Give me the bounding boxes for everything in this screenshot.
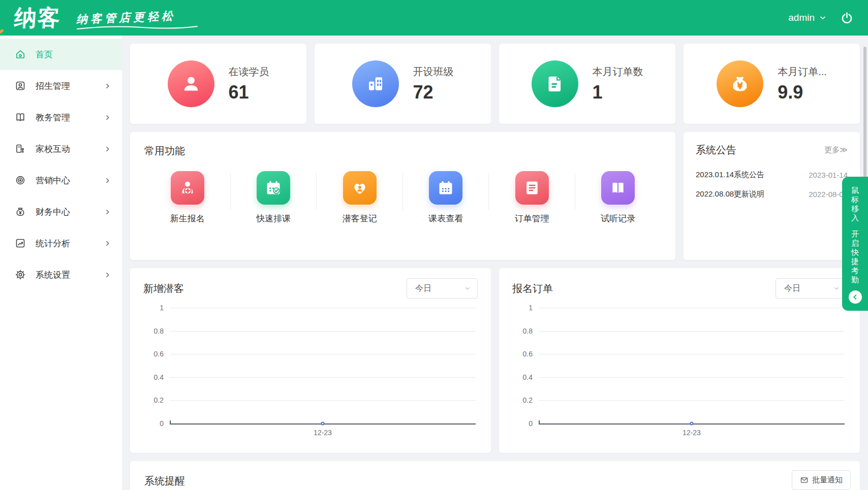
schedule-icon (257, 171, 290, 205)
middle-row: 常用功能 新生报名 快速排课 (130, 132, 860, 260)
sidebar-item-academic[interactable]: 教务管理 (0, 102, 122, 133)
quick-item-label: 新生报名 (170, 213, 205, 224)
sidebar-item-label: 教务管理 (36, 112, 104, 123)
academic-icon (14, 111, 26, 123)
batch-notify-button[interactable]: 批量通知 (792, 470, 851, 490)
quick-item-timetable[interactable]: 课表查看 (403, 171, 489, 224)
chart-card-new-leads: 新增潜客 今日 10.80.60.40.2012-23 (130, 268, 491, 453)
chevron-right-icon (104, 114, 111, 121)
order-manage-icon (515, 171, 549, 205)
line-chart-enroll-orders: 10.80.60.40.2012-23 (512, 308, 845, 423)
stat-value: 61 (229, 82, 269, 103)
home-icon (14, 48, 26, 60)
chevron-right-icon (104, 209, 111, 215)
quick-item-label: 课表查看 (428, 213, 463, 224)
announcement-row[interactable]: 2023.01.14系统公告 2023-01-14 (696, 165, 848, 184)
sidebar-item-settings[interactable]: 系统设置 (0, 259, 122, 290)
quick-item-trial[interactable]: 试听记录 (575, 171, 662, 224)
class-icon (352, 60, 399, 107)
logo-text: 纳客 (13, 7, 61, 29)
quick-item-schedule[interactable]: 快速排课 (231, 171, 317, 224)
stat-card-classes[interactable]: 开设班级 72 (315, 44, 491, 124)
sidebar-item-label: 招生管理 (36, 80, 104, 92)
period-select-value: 今日 (784, 283, 833, 294)
chevron-right-icon (104, 146, 111, 152)
quick-item-label: 潜客登记 (343, 213, 377, 224)
announcement-title: 2022.08.08更新说明 (696, 189, 764, 199)
tab-hint-text: 鼠标移入 (851, 186, 859, 222)
sidebar-item-marketing[interactable]: 营销中心 (0, 165, 122, 196)
stat-label: 本月订单... (778, 65, 827, 79)
order-icon (532, 60, 578, 107)
chevron-right-icon (104, 177, 111, 184)
announcement-date: 2023-01-14 (809, 171, 848, 179)
panel-title: 系统提醒 (144, 474, 846, 488)
quick-item-label: 订单管理 (515, 213, 549, 224)
settings-icon (14, 269, 26, 281)
student-icon (168, 60, 214, 107)
reminders-panel: 系统提醒 批量通知 (130, 461, 860, 490)
sidebar-item-home-school[interactable]: 家校互动 (0, 133, 122, 165)
trial-icon (601, 171, 635, 205)
header-actions: admin (788, 11, 854, 25)
stat-card-students[interactable]: 在读学员 61 (130, 44, 306, 124)
sidebar-item-statistics[interactable]: 统计分析 (0, 227, 122, 259)
brand-tagline: 纳客管店更轻松 (76, 10, 176, 25)
stat-label: 本月订单数 (593, 65, 643, 79)
quick-item-orders[interactable]: 订单管理 (489, 171, 575, 224)
lead-icon (343, 171, 377, 205)
tagline-underline (76, 24, 198, 30)
stat-card-month-orders[interactable]: 本月订单数 1 (499, 44, 675, 124)
sidebar-item-label: 统计分析 (36, 238, 104, 249)
more-link[interactable]: 更多≫ (824, 145, 848, 155)
stat-label: 在读学员 (229, 65, 269, 79)
home-school-icon (14, 143, 26, 155)
announcements-panel: 系统公告 更多≫ 2023.01.14系统公告 2023-01-14 2022.… (684, 132, 860, 260)
user-menu[interactable]: admin (788, 12, 827, 23)
period-select[interactable]: 今日 (776, 278, 847, 299)
stats-icon (14, 237, 26, 249)
sidebar-item-label: 家校互动 (36, 143, 104, 155)
top-header: 纳客 纳客管店更轻松 admin (0, 0, 868, 36)
charts-row: 新增潜客 今日 10.80.60.40.2012-23 报名订单 今日 (130, 268, 860, 453)
announcement-row[interactable]: 2022.08.08更新说明 2022-08-08 (696, 184, 848, 204)
quick-attendance-tab[interactable]: 鼠标移入 开启快捷考勤 (842, 177, 868, 311)
panel-title: 常用功能 (144, 144, 661, 158)
chevron-down-icon (819, 14, 827, 22)
main-content: 在读学员 61 开设班级 72 本月订单数 1 (122, 36, 868, 490)
period-select-value: 今日 (415, 283, 464, 294)
sidebar-item-admissions[interactable]: 招生管理 (0, 70, 122, 102)
chevron-right-icon (104, 272, 111, 278)
sidebar-item-label: 营销中心 (36, 175, 104, 186)
sidebar-item-home[interactable]: 首页 (0, 39, 122, 70)
admissions-icon (14, 80, 26, 92)
batch-notify-label: 批量通知 (812, 475, 843, 485)
logo-accent-stroke (0, 29, 4, 36)
envelope-icon (800, 476, 809, 484)
finance-icon (14, 206, 26, 218)
panel-title: 系统公告 (696, 143, 736, 157)
stat-label: 开设班级 (413, 65, 454, 79)
stat-card-month-revenue[interactable]: 本月订单... 9.9 (684, 44, 860, 124)
stat-value: 72 (413, 82, 454, 103)
sidebar-item-finance[interactable]: 财务中心 (0, 196, 122, 227)
sidebar-item-label: 首页 (36, 49, 111, 60)
marketing-icon (14, 174, 26, 186)
sidebar-nav: 首页 招生管理 教务管理 家校互动 (0, 36, 122, 490)
stat-value: 1 (593, 82, 643, 103)
chevron-down-icon (464, 285, 471, 292)
chart-card-enroll-orders: 报名订单 今日 10.80.60.40.2012-23 (499, 268, 860, 453)
quick-functions-list: 新生报名 快速排课 潜客登记 (144, 171, 661, 224)
chevron-down-icon (833, 285, 840, 292)
revenue-icon (717, 60, 763, 107)
app-window: 纳客 纳客管店更轻松 admin (0, 0, 868, 490)
logout-button[interactable] (840, 11, 854, 25)
stat-value: 9.9 (778, 82, 827, 103)
quick-item-leads[interactable]: 潜客登记 (317, 171, 403, 224)
period-select[interactable]: 今日 (407, 278, 478, 299)
quick-item-enroll[interactable]: 新生报名 (144, 171, 231, 224)
line-chart-new-leads: 10.80.60.40.2012-23 (143, 308, 476, 423)
timetable-icon (429, 171, 462, 205)
sidebar-item-label: 系统设置 (36, 269, 104, 281)
sidebar-item-label: 财务中心 (36, 206, 104, 218)
